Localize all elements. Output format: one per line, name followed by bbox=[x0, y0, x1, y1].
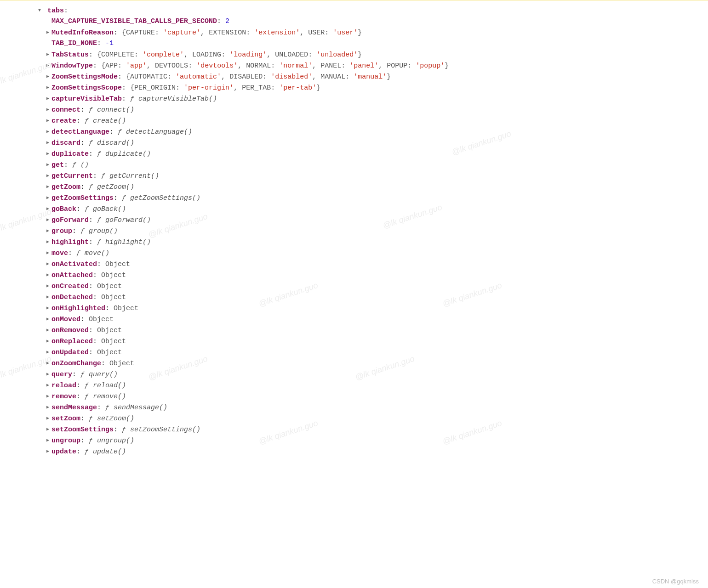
function-keyword: ƒ bbox=[97, 238, 101, 246]
chevron-right-icon[interactable] bbox=[45, 115, 51, 126]
tree-row[interactable]: discard: ƒ discard() bbox=[28, 137, 680, 148]
tree-row[interactable]: onAttached: Object bbox=[28, 270, 680, 281]
property-key: getZoom bbox=[51, 183, 80, 191]
enum-value-string: 'devtools' bbox=[196, 62, 238, 70]
property-value-number: 2 bbox=[225, 17, 229, 25]
chevron-right-icon[interactable] bbox=[45, 369, 51, 380]
tree-row[interactable]: goBack: ƒ goBack() bbox=[28, 204, 680, 215]
chevron-right-icon[interactable] bbox=[45, 215, 51, 226]
function-signature: connect() bbox=[97, 106, 134, 114]
chevron-right-icon[interactable] bbox=[45, 259, 51, 270]
tree-row[interactable]: reload: ƒ reload() bbox=[28, 380, 680, 391]
chevron-right-icon[interactable] bbox=[45, 424, 51, 435]
colon: : bbox=[76, 382, 85, 390]
tree-row[interactable]: move: ƒ move() bbox=[28, 248, 680, 259]
tree-row[interactable]: setZoom: ƒ setZoom() bbox=[28, 413, 680, 424]
chevron-right-icon[interactable] bbox=[45, 104, 51, 115]
chevron-right-icon[interactable] bbox=[45, 358, 51, 369]
tree-root-row[interactable]: tabs: bbox=[28, 5, 680, 16]
chevron-right-icon[interactable] bbox=[45, 27, 51, 38]
chevron-right-icon[interactable] bbox=[45, 325, 51, 336]
property-value-object: Object bbox=[114, 305, 138, 312]
tree-row[interactable]: onCreated: Object bbox=[28, 281, 680, 292]
tree-row[interactable]: setZoomSettings: ƒ setZoomSettings() bbox=[28, 424, 680, 435]
tree-row[interactable]: getCurrent: ƒ getCurrent() bbox=[28, 170, 680, 181]
function-signature: detectLanguage() bbox=[126, 128, 192, 136]
chevron-right-icon[interactable] bbox=[45, 413, 51, 424]
tree-row[interactable]: group: ƒ group() bbox=[28, 226, 680, 237]
tree-row[interactable]: update: ƒ update() bbox=[28, 446, 680, 457]
tree-row[interactable]: MAX_CAPTURE_VISIBLE_TAB_CALLS_PER_SECOND… bbox=[28, 16, 680, 27]
chevron-right-icon[interactable] bbox=[45, 303, 51, 314]
tree-row[interactable]: getZoom: ƒ getZoom() bbox=[28, 181, 680, 192]
chevron-right-icon[interactable] bbox=[45, 314, 51, 325]
chevron-right-icon[interactable] bbox=[45, 446, 51, 457]
tree-row[interactable]: connect: ƒ connect() bbox=[28, 104, 680, 115]
chevron-right-icon[interactable] bbox=[45, 402, 51, 413]
tree-row[interactable]: remove: ƒ remove() bbox=[28, 391, 680, 402]
chevron-right-icon[interactable] bbox=[45, 347, 51, 358]
chevron-right-icon[interactable] bbox=[45, 237, 51, 248]
chevron-right-icon[interactable] bbox=[45, 226, 51, 237]
function-signature: sendMessage() bbox=[114, 404, 167, 412]
tree-row[interactable]: onDetached: Object bbox=[28, 292, 680, 303]
tree-row[interactable]: onRemoved: Object bbox=[28, 325, 680, 336]
chevron-right-icon[interactable] bbox=[45, 204, 51, 215]
tree-row[interactable]: ungroup: ƒ ungroup() bbox=[28, 435, 680, 446]
chevron-right-icon[interactable] bbox=[45, 93, 51, 104]
tree-row[interactable]: TabStatus: {COMPLETE: 'complete', LOADIN… bbox=[28, 49, 680, 60]
chevron-right-icon[interactable] bbox=[45, 336, 51, 347]
tree-row[interactable]: query: ƒ query() bbox=[28, 369, 680, 380]
chevron-right-icon[interactable] bbox=[45, 82, 51, 93]
brace-open: { bbox=[101, 62, 105, 70]
function-signature: reload() bbox=[93, 382, 126, 390]
tree-row[interactable]: WindowType: {APP: 'app', DEVTOOLS: 'devt… bbox=[28, 60, 680, 71]
chevron-right-icon[interactable] bbox=[45, 181, 51, 192]
tree-row[interactable]: highlight: ƒ highlight() bbox=[28, 237, 680, 248]
tree-row[interactable]: TAB_ID_NONE: -1 bbox=[28, 38, 680, 49]
tree-row[interactable]: onMoved: Object bbox=[28, 314, 680, 325]
tree-row[interactable]: MutedInfoReason: {CAPTURE: 'capture', EX… bbox=[28, 27, 680, 38]
tree-row[interactable]: onZoomChange: Object bbox=[28, 358, 680, 369]
chevron-right-icon[interactable] bbox=[45, 60, 51, 71]
function-keyword: ƒ bbox=[89, 139, 93, 147]
tree-row[interactable]: duplicate: ƒ duplicate() bbox=[28, 148, 680, 159]
tree-row[interactable]: create: ƒ create() bbox=[28, 115, 680, 126]
tree-row[interactable]: getZoomSettings: ƒ getZoomSettings() bbox=[28, 192, 680, 204]
chevron-right-icon[interactable] bbox=[45, 192, 51, 204]
tree-row[interactable]: get: ƒ () bbox=[28, 159, 680, 170]
function-signature: goForward() bbox=[105, 216, 151, 224]
tree-row[interactable]: goForward: ƒ goForward() bbox=[28, 215, 680, 226]
chevron-right-icon[interactable] bbox=[45, 148, 51, 159]
chevron-right-icon[interactable] bbox=[45, 248, 51, 259]
tree-row[interactable]: sendMessage: ƒ sendMessage() bbox=[28, 402, 680, 413]
tree-row[interactable]: captureVisibleTab: ƒ captureVisibleTab() bbox=[28, 93, 680, 104]
chevron-right-icon[interactable] bbox=[45, 170, 51, 181]
property-key: ZoomSettingsMode bbox=[51, 73, 118, 81]
tree-row[interactable]: onHighlighted: Object bbox=[28, 303, 680, 314]
chevron-right-icon[interactable] bbox=[45, 292, 51, 303]
property-key: getZoomSettings bbox=[51, 194, 114, 202]
property-key: getCurrent bbox=[51, 172, 93, 180]
chevron-right-icon[interactable] bbox=[45, 270, 51, 281]
chevron-right-icon[interactable] bbox=[45, 49, 51, 60]
tree-row[interactable]: detectLanguage: ƒ detectLanguage() bbox=[28, 126, 680, 137]
property-key: query bbox=[51, 371, 72, 379]
chevron-right-icon[interactable] bbox=[45, 391, 51, 402]
enum-value-string: 'complete' bbox=[143, 51, 184, 59]
colon: : bbox=[109, 128, 118, 136]
tree-row[interactable]: ZoomSettingsMode: {AUTOMATIC: 'automatic… bbox=[28, 71, 680, 82]
chevron-right-icon[interactable] bbox=[45, 159, 51, 170]
tree-row[interactable]: ZoomSettingsScope: {PER_ORIGIN: 'per-ori… bbox=[28, 82, 680, 93]
tree-row[interactable]: onActivated: Object bbox=[28, 259, 680, 270]
property-key: group bbox=[51, 227, 72, 235]
chevron-right-icon[interactable] bbox=[45, 380, 51, 391]
chevron-right-icon[interactable] bbox=[45, 281, 51, 292]
tree-row[interactable]: onReplaced: Object bbox=[28, 336, 680, 347]
chevron-down-icon[interactable] bbox=[37, 5, 42, 16]
chevron-right-icon[interactable] bbox=[45, 71, 51, 82]
chevron-right-icon[interactable] bbox=[45, 126, 51, 137]
chevron-right-icon[interactable] bbox=[45, 137, 51, 148]
chevron-right-icon[interactable] bbox=[45, 435, 51, 446]
tree-row[interactable]: onUpdated: Object bbox=[28, 347, 680, 358]
